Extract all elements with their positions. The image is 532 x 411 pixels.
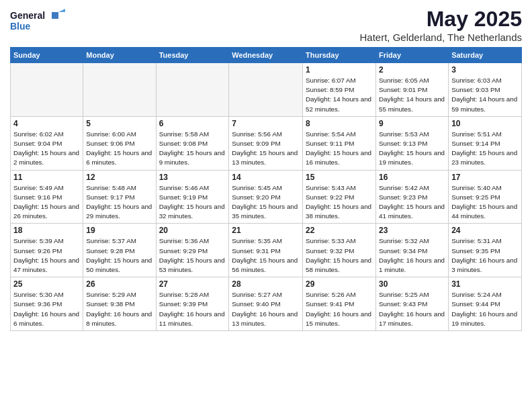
- day-info: Sunrise: 5:39 AMSunset: 9:26 PMDaylight:…: [13, 236, 80, 275]
- day-number: 6: [159, 119, 226, 128]
- day-number: 27: [159, 279, 226, 289]
- day-number: 26: [86, 279, 152, 289]
- day-number: 24: [451, 226, 519, 235]
- logo: General Blue: [10, 7, 71, 36]
- day-number: 5: [86, 119, 152, 128]
- day-info: Sunrise: 6:02 AMSunset: 9:04 PMDaylight:…: [13, 130, 80, 168]
- calendar-cell: 3Sunrise: 6:03 AMSunset: 9:03 PMDaylight…: [449, 63, 522, 117]
- week-row-4: 18Sunrise: 5:39 AMSunset: 9:26 PMDayligh…: [11, 224, 522, 277]
- calendar-cell: 12Sunrise: 5:48 AMSunset: 9:17 PMDayligh…: [83, 170, 156, 224]
- calendar-cell: 20Sunrise: 5:36 AMSunset: 9:29 PMDayligh…: [156, 224, 229, 277]
- calendar-cell: 11Sunrise: 5:49 AMSunset: 9:16 PMDayligh…: [11, 170, 83, 224]
- calendar-table: Sunday Monday Tuesday Wednesday Thursday…: [10, 47, 522, 331]
- day-info: Sunrise: 5:54 AMSunset: 9:11 PMDaylight:…: [306, 130, 373, 168]
- day-info: Sunrise: 5:56 AMSunset: 9:09 PMDaylight:…: [232, 130, 300, 168]
- header-tuesday: Tuesday: [156, 48, 229, 63]
- calendar-cell: 26Sunrise: 5:29 AMSunset: 9:38 PMDayligh…: [83, 277, 156, 331]
- day-number: 30: [379, 279, 445, 289]
- day-info: Sunrise: 5:24 AMSunset: 9:44 PMDaylight:…: [451, 290, 519, 328]
- day-info: Sunrise: 5:36 AMSunset: 9:29 PMDaylight:…: [159, 236, 226, 275]
- day-number: 1: [306, 65, 373, 75]
- day-number: 28: [232, 279, 300, 289]
- calendar-cell: [229, 63, 303, 117]
- day-info: Sunrise: 5:43 AMSunset: 9:22 PMDaylight:…: [306, 183, 373, 222]
- day-number: 18: [13, 226, 80, 235]
- calendar-cell: 27Sunrise: 5:28 AMSunset: 9:39 PMDayligh…: [156, 277, 229, 331]
- calendar-cell: 9Sunrise: 5:53 AMSunset: 9:13 PMDaylight…: [376, 116, 449, 170]
- day-number: 4: [13, 119, 80, 128]
- day-number: 21: [232, 226, 300, 235]
- calendar-cell: 16Sunrise: 5:42 AMSunset: 9:23 PMDayligh…: [376, 170, 449, 224]
- calendar-cell: 7Sunrise: 5:56 AMSunset: 9:09 PMDaylight…: [229, 116, 303, 170]
- day-number: 15: [306, 173, 373, 182]
- calendar-cell: [156, 63, 229, 117]
- day-number: 2: [379, 65, 445, 75]
- header-thursday: Thursday: [303, 48, 376, 63]
- day-number: 13: [159, 173, 226, 182]
- calendar-cell: 6Sunrise: 5:58 AMSunset: 9:08 PMDaylight…: [156, 116, 229, 170]
- day-info: Sunrise: 5:48 AMSunset: 9:17 PMDaylight:…: [86, 183, 152, 222]
- calendar-cell: 2Sunrise: 6:05 AMSunset: 9:01 PMDaylight…: [376, 63, 449, 117]
- day-number: 17: [451, 173, 519, 182]
- week-row-5: 25Sunrise: 5:30 AMSunset: 9:36 PMDayligh…: [11, 277, 522, 331]
- calendar-cell: 15Sunrise: 5:43 AMSunset: 9:22 PMDayligh…: [303, 170, 376, 224]
- week-row-3: 11Sunrise: 5:49 AMSunset: 9:16 PMDayligh…: [11, 170, 522, 224]
- day-number: 7: [232, 119, 300, 128]
- calendar-cell: 22Sunrise: 5:33 AMSunset: 9:32 PMDayligh…: [303, 224, 376, 277]
- header-sunday: Sunday: [11, 48, 83, 63]
- day-info: Sunrise: 6:03 AMSunset: 9:03 PMDaylight:…: [451, 76, 519, 114]
- month-title: May 2025: [359, 7, 522, 32]
- calendar-cell: 13Sunrise: 5:46 AMSunset: 9:19 PMDayligh…: [156, 170, 229, 224]
- svg-text:General: General: [10, 10, 45, 21]
- day-number: 14: [232, 173, 300, 182]
- day-info: Sunrise: 5:53 AMSunset: 9:13 PMDaylight:…: [379, 130, 445, 168]
- day-number: 20: [159, 226, 226, 235]
- calendar-cell: 30Sunrise: 5:25 AMSunset: 9:43 PMDayligh…: [376, 277, 449, 331]
- day-info: Sunrise: 5:58 AMSunset: 9:08 PMDaylight:…: [159, 130, 226, 168]
- day-info: Sunrise: 5:46 AMSunset: 9:19 PMDaylight:…: [159, 183, 226, 222]
- svg-marker-1: [52, 12, 58, 19]
- calendar-cell: 5Sunrise: 6:00 AMSunset: 9:06 PMDaylight…: [83, 116, 156, 170]
- day-info: Sunrise: 5:49 AMSunset: 9:16 PMDaylight:…: [13, 183, 80, 222]
- day-info: Sunrise: 5:27 AMSunset: 9:40 PMDaylight:…: [232, 290, 300, 328]
- day-info: Sunrise: 6:07 AMSunset: 8:59 PMDaylight:…: [306, 76, 373, 114]
- calendar-cell: 31Sunrise: 5:24 AMSunset: 9:44 PMDayligh…: [449, 277, 522, 331]
- day-info: Sunrise: 5:29 AMSunset: 9:38 PMDaylight:…: [86, 290, 152, 328]
- svg-text:Blue: Blue: [10, 21, 31, 32]
- day-number: 8: [306, 119, 373, 128]
- day-number: 16: [379, 173, 445, 182]
- calendar-cell: 19Sunrise: 5:37 AMSunset: 9:28 PMDayligh…: [83, 224, 156, 277]
- day-number: 11: [13, 173, 80, 182]
- calendar-cell: 14Sunrise: 5:45 AMSunset: 9:20 PMDayligh…: [229, 170, 303, 224]
- day-number: 31: [451, 279, 519, 289]
- day-number: 12: [86, 173, 152, 182]
- calendar-cell: [11, 63, 83, 117]
- title-block: May 2025 Hatert, Gelderland, The Netherl…: [359, 7, 522, 43]
- day-info: Sunrise: 5:45 AMSunset: 9:20 PMDaylight:…: [232, 183, 300, 222]
- header-saturday: Saturday: [449, 48, 522, 63]
- calendar-cell: 4Sunrise: 6:02 AMSunset: 9:04 PMDaylight…: [11, 116, 83, 170]
- svg-marker-2: [58, 9, 65, 12]
- calendar-cell: 10Sunrise: 5:51 AMSunset: 9:14 PMDayligh…: [449, 116, 522, 170]
- calendar-cell: 28Sunrise: 5:27 AMSunset: 9:40 PMDayligh…: [229, 277, 303, 331]
- main-container: General Blue May 2025 Hatert, Gelderland…: [0, 0, 532, 338]
- day-info: Sunrise: 5:26 AMSunset: 9:41 PMDaylight:…: [306, 290, 373, 328]
- logo-text: General Blue: [10, 7, 71, 36]
- calendar-cell: 1Sunrise: 6:07 AMSunset: 8:59 PMDaylight…: [303, 63, 376, 117]
- day-info: Sunrise: 5:30 AMSunset: 9:36 PMDaylight:…: [13, 290, 80, 328]
- calendar-cell: 25Sunrise: 5:30 AMSunset: 9:36 PMDayligh…: [11, 277, 83, 331]
- calendar-cell: 29Sunrise: 5:26 AMSunset: 9:41 PMDayligh…: [303, 277, 376, 331]
- calendar-cell: 8Sunrise: 5:54 AMSunset: 9:11 PMDaylight…: [303, 116, 376, 170]
- day-info: Sunrise: 5:37 AMSunset: 9:28 PMDaylight:…: [86, 236, 152, 275]
- day-number: 9: [379, 119, 445, 128]
- day-info: Sunrise: 5:32 AMSunset: 9:34 PMDaylight:…: [379, 236, 445, 275]
- day-number: 29: [306, 279, 373, 289]
- week-row-1: 1Sunrise: 6:07 AMSunset: 8:59 PMDaylight…: [11, 63, 522, 117]
- day-info: Sunrise: 5:35 AMSunset: 9:31 PMDaylight:…: [232, 236, 300, 275]
- weekday-header-row: Sunday Monday Tuesday Wednesday Thursday…: [11, 48, 522, 63]
- header-monday: Monday: [83, 48, 156, 63]
- day-info: Sunrise: 5:28 AMSunset: 9:39 PMDaylight:…: [159, 290, 226, 328]
- header-friday: Friday: [376, 48, 449, 63]
- calendar-cell: 18Sunrise: 5:39 AMSunset: 9:26 PMDayligh…: [11, 224, 83, 277]
- day-number: 25: [13, 279, 80, 289]
